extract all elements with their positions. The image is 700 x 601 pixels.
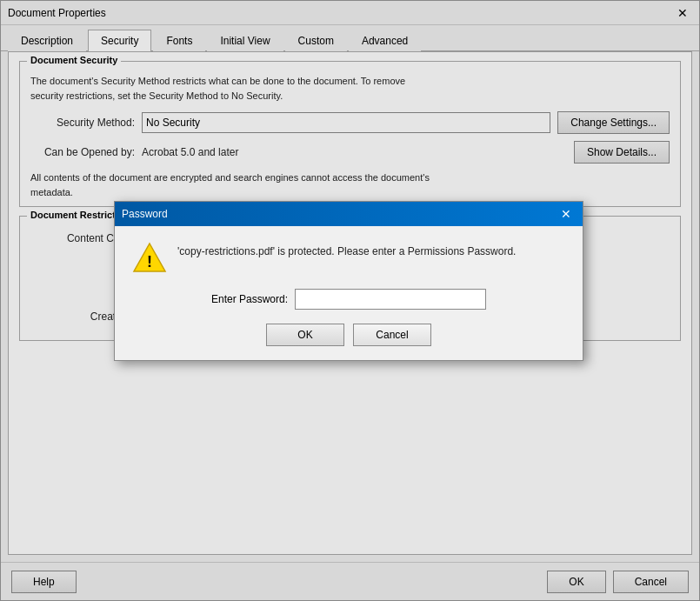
password-modal: Password ✕ ! 'copy-restrictions.pdf' is …	[114, 201, 583, 361]
modal-close-button[interactable]: ✕	[557, 205, 576, 223]
warning-icon: !	[132, 240, 167, 275]
svg-text:!: !	[147, 253, 152, 270]
modal-buttons: OK Cancel	[132, 324, 565, 346]
modal-title-bar: Password ✕	[115, 202, 583, 226]
modal-overlay: Password ✕ ! 'copy-restrictions.pdf' is …	[1, 1, 699, 600]
password-input[interactable]	[295, 289, 486, 310]
modal-ok-button[interactable]: OK	[266, 324, 344, 346]
document-properties-window: Document Properties ✕ Description Securi…	[0, 0, 700, 601]
modal-message-row: ! 'copy-restrictions.pdf' is protected. …	[132, 240, 565, 275]
password-row: Enter Password:	[132, 289, 565, 310]
modal-title: Password	[122, 208, 168, 220]
modal-cancel-button[interactable]: Cancel	[353, 324, 431, 346]
modal-body: ! 'copy-restrictions.pdf' is protected. …	[115, 226, 583, 360]
modal-message: 'copy-restrictions.pdf' is protected. Pl…	[177, 240, 516, 259]
enter-password-label: Enter Password:	[211, 293, 288, 305]
